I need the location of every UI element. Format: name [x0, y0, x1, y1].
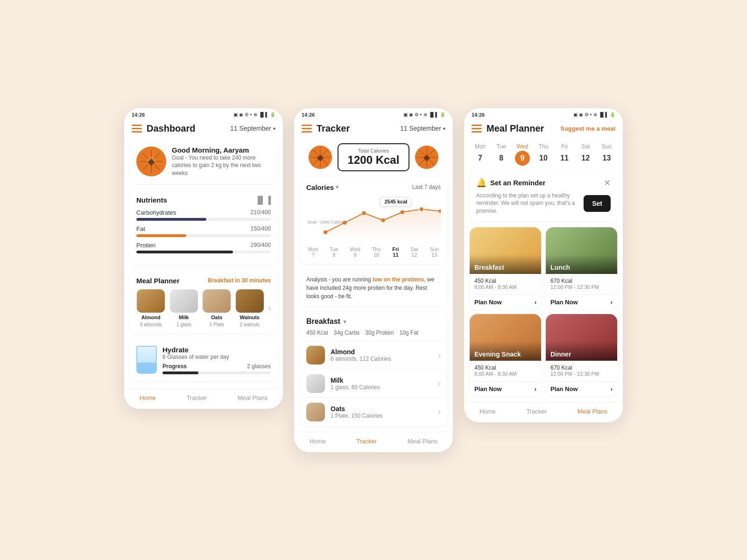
hamburger-menu-3[interactable] [472, 125, 482, 133]
chart-day-mon: Mon7 [308, 246, 318, 258]
milk-row-detail: 1 glass, 60 Calories [331, 384, 433, 391]
phone-meal-planner: 14:26 ▣ ◉ ⚙ • ⊗ ▐▌▌ 🔋 Meal Planner Sugge… [464, 108, 623, 422]
walnuts-img [236, 289, 264, 313]
milk-info: Milk 1 glass, 60 Calories [331, 377, 433, 391]
oats-img [203, 289, 231, 313]
nav-mealplans-label-1: Meal Plans [238, 394, 268, 401]
screens-container: 14:26 ▣ ◉ ⚙ • ⊗ ▐▌▌ 🔋 Dashboard 11 Septe… [124, 108, 623, 452]
greeting-card: Good Morning, Aaryam Goal - You need to … [130, 140, 277, 184]
analysis-highlight: low on the protiens, [373, 276, 425, 283]
day-sun[interactable]: Sun 13 [599, 143, 614, 166]
snack-kcal-mp: 450 Kcal [474, 364, 536, 371]
suggest-meal-btn[interactable]: Suggest me a meal [560, 125, 615, 132]
bottom-nav-1: Home Tracker Meal Plans [124, 388, 283, 409]
food-item-milk: Milk 1 glass [169, 289, 199, 327]
chevron-down-chart[interactable]: ▾ [336, 184, 338, 190]
nav-home-3[interactable]: Home [479, 408, 496, 415]
almond-info: Almond 6 almonds, 112 Calories [331, 348, 433, 362]
tracker-date[interactable]: 11 September ▾ [400, 125, 445, 132]
plan-now-chevron-breakfast: › [535, 299, 536, 306]
day-sat[interactable]: Sat 12 [578, 143, 593, 166]
chart-day-wed: Wed9 [350, 246, 360, 258]
tracker-title: Tracker [317, 123, 350, 134]
nav-mealplans-3[interactable]: Meal Plans [578, 408, 607, 415]
status-bar-2: 14:26 ▣ ◉ ⚙ • ⊗ ▐▌▌ 🔋 [294, 108, 453, 119]
chart-title: Calories ▾ [306, 183, 338, 191]
oats-thumb [306, 403, 325, 421]
milk-chevron[interactable]: › [438, 379, 441, 388]
greeting-name: Good Morning, Aaryam [172, 146, 271, 154]
snack-time: 8:00 AM - 8:30 AM [474, 371, 536, 377]
lunch-meal-label: Lunch [546, 254, 617, 274]
analysis-card: Analysis - you are running low on the pr… [300, 270, 447, 306]
reminder-text: According to the plan set up a healthy r… [476, 192, 579, 215]
oats-info: Oats 1 Plate, 150 Calories [331, 405, 433, 419]
dashboard-date[interactable]: 11 September ▾ [230, 125, 275, 132]
day-fri[interactable]: Fri 11 [557, 143, 572, 166]
tracker-header: Tracker 11 September ▾ [294, 119, 453, 140]
food-items-chevron[interactable]: › [268, 303, 271, 313]
svg-point-26 [419, 207, 424, 211]
calories-box: Total Calories 1200 Kcal [338, 143, 410, 171]
milk-name: Milk [179, 315, 189, 320]
chart-area: 2545 kcal Goal - 2400 Calories [306, 197, 441, 244]
plan-now-dinner[interactable]: Plan Now › [546, 381, 617, 396]
bell-icon: 🔔 [476, 178, 486, 188]
chart-day-sat: Sat12 [410, 246, 418, 258]
day-tue[interactable]: Tue 8 [494, 143, 509, 166]
milk-row-name: Milk [331, 377, 433, 384]
mp-subtitle: Breakfast in 30 minutes [208, 277, 271, 284]
chevron-down-icon-tracker: ▾ [443, 126, 445, 131]
nutrients-header: Nutrients ▐▌▐ [136, 196, 271, 204]
food-item-almond: Almond 6 almonds [136, 289, 166, 327]
plan-now-breakfast[interactable]: Plan Now › [470, 294, 541, 309]
plan-now-chevron-dinner: › [611, 385, 613, 392]
calories-label: Total Calories [348, 148, 400, 154]
food-row-milk: Milk 1 glass, 60 Calories › [300, 369, 447, 398]
nav-tracker-1[interactable]: Tracker [186, 394, 207, 401]
plan-now-lunch[interactable]: Plan Now › [546, 294, 617, 309]
almond-chevron[interactable]: › [438, 351, 441, 359]
nav-mealplans-1[interactable]: Meal Plans [238, 394, 268, 401]
day-thu[interactable]: Thu 10 [536, 143, 551, 166]
hydrate-sub: 6 Glasses of water per day [162, 354, 271, 360]
greeting-goal: Goal - You need to take 240 more calorie… [172, 154, 271, 177]
reminder-title: Set an Reminder [490, 179, 545, 187]
oats-chevron[interactable]: › [438, 408, 441, 416]
oats-name: Oats [211, 315, 222, 320]
plan-now-chevron-snack: › [535, 385, 536, 392]
day-wed[interactable]: Wed 9 [515, 143, 530, 166]
reminder-close-icon[interactable]: ✕ [604, 178, 611, 188]
hydrate-title: Hydrate [162, 346, 271, 354]
chevron-down-breakfast[interactable]: ▾ [343, 318, 346, 325]
svg-point-25 [401, 210, 404, 214]
nav-tracker-2[interactable]: Tracker [356, 438, 377, 445]
breakfast-protein: 30g Protien [365, 329, 394, 336]
breakfast-card: Breakfast ▾ 450 Kcal 34g Carbs 30g Proti… [300, 312, 447, 426]
walnuts-name: Walnuts [240, 315, 260, 320]
day-mon[interactable]: Mon 7 [473, 143, 488, 166]
chart-range: Last 7 days [412, 184, 441, 190]
meal-planner-title: Meal Planner [486, 123, 544, 134]
breakfast-header: Breakfast ▾ [300, 312, 447, 329]
bottom-nav-2: Home Tracker Meal Plans [294, 432, 453, 452]
hamburger-menu-1[interactable] [132, 125, 142, 133]
nav-mealplans-2[interactable]: Meal Plans [408, 438, 437, 445]
nav-home-2[interactable]: Home [310, 438, 326, 445]
hydrate-card: Hydrate 6 Glasses of water per day Progr… [130, 339, 277, 381]
plan-now-chevron-lunch: › [611, 299, 613, 306]
nav-tracker-3[interactable]: Tracker [526, 408, 547, 415]
fruit-icon-right [415, 146, 438, 169]
meal-card-dinner: Dinner 670 Kcal 12:00 PM - 12:30 PM Plan… [546, 314, 617, 396]
set-reminder-button[interactable]: Set [584, 195, 611, 212]
svg-point-21 [324, 230, 327, 234]
breakfast-stats: 450 Kcal 34g Carbs 30g Protien 10g Fat [300, 329, 447, 341]
hamburger-menu-2[interactable] [302, 125, 312, 133]
network-icon: ⊗ ▐▌▌ 🔋 [254, 112, 275, 117]
breakfast-time: 8:00 AM - 8:30 AM [474, 284, 536, 290]
nav-home-1[interactable]: Home [140, 394, 156, 401]
status-icons-2: ▣ ◉ ⚙ • ⊗ ▐▌▌ 🔋 [403, 112, 445, 117]
water-glass-icon [136, 346, 157, 374]
plan-now-snack[interactable]: Plan Now › [470, 381, 541, 396]
svg-point-22 [343, 221, 346, 224]
